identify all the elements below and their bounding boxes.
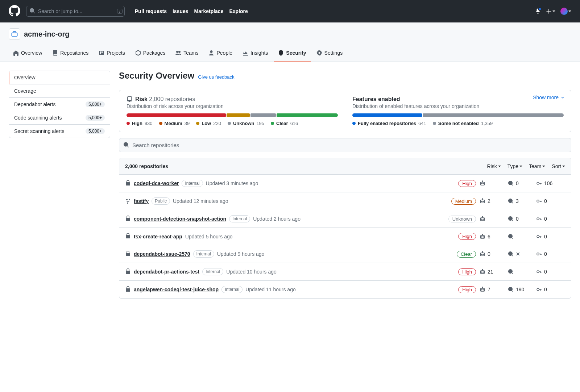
sidenav-item-dependabot-alerts[interactable]: Dependabot alerts5,000+ (9, 98, 110, 111)
dependabot-count: 0 (488, 251, 490, 257)
tab-overview[interactable]: Overview (9, 46, 46, 62)
repo-link[interactable]: dependabot-pr-actions-test (134, 269, 199, 275)
svg-point-8 (481, 201, 482, 202)
code-scan-metric[interactable]: 0 (508, 180, 533, 186)
sidenav-item-coverage[interactable]: Coverage (9, 84, 110, 98)
lock-icon (125, 233, 131, 240)
code-scan-metric[interactable]: ✕ (508, 251, 533, 257)
updated-text: Updated 2 hours ago (253, 216, 301, 222)
chevron-down-icon (498, 166, 501, 167)
tab-settings[interactable]: Settings (312, 46, 347, 62)
nav-explore[interactable]: Explore (229, 8, 248, 14)
legend-item: Some not enabled 1,359 (433, 121, 493, 126)
repo-list: 2,000 repositories RiskTypeTeamSort code… (119, 158, 571, 299)
legend-dot-icon (159, 122, 162, 125)
risk-badge: Clear (457, 251, 476, 258)
dependabot-metric[interactable] (480, 180, 504, 186)
org-title-row: acme-inc-org (9, 28, 571, 40)
svg-point-21 (483, 237, 484, 237)
tab-people[interactable]: People (204, 46, 237, 62)
svg-rect-1 (481, 182, 485, 185)
dependabot-count: 7 (488, 287, 490, 292)
scan-count: 0 (516, 180, 519, 186)
tab-teams[interactable]: Teams (171, 46, 203, 62)
repo-link[interactable]: fastify (134, 198, 149, 204)
dependabot-metric[interactable]: 0 (480, 251, 504, 257)
legend-value: 930 (145, 121, 153, 126)
search-icon (123, 142, 129, 149)
repo-link[interactable]: angelapwen-codeql-test-juice-shop (134, 287, 219, 292)
repo-link[interactable]: tsx-create-react-app (134, 234, 182, 239)
nav-pull-requests[interactable]: Pull requests (135, 8, 167, 14)
chevron-down-icon (562, 166, 565, 167)
teams-icon (175, 50, 181, 56)
repo-row: angelapwen-codeql-test-juice-shopInterna… (119, 281, 571, 298)
nav-issues[interactable]: Issues (173, 8, 188, 14)
tab-packages[interactable]: Packages (131, 46, 170, 62)
secret-scan-metric[interactable]: 0 (536, 269, 565, 275)
secret-scan-metric[interactable]: 0 (536, 287, 565, 292)
code-scan-metric[interactable] (508, 269, 533, 275)
github-logo-icon[interactable] (9, 5, 20, 18)
sidenav-item-code-scanning-alerts[interactable]: Code scanning alerts5,000+ (9, 111, 110, 125)
repo-row: component-detection-snapshot-actionInter… (119, 210, 571, 228)
secret-scan-metric[interactable]: 106 (536, 180, 565, 186)
tab-security[interactable]: Security (274, 46, 310, 62)
svg-point-4 (482, 181, 483, 182)
show-more-button[interactable]: Show more (533, 95, 565, 100)
bar-segment (127, 113, 226, 117)
sidenav-item-overview[interactable]: Overview (9, 71, 110, 84)
repo-count: 2,000 repositories (125, 163, 168, 169)
code-scan-metric[interactable]: 3 (508, 198, 533, 204)
secret-scan-metric[interactable]: 0 (536, 234, 565, 239)
svg-point-5 (510, 183, 511, 184)
bar-segment (423, 113, 564, 117)
repo-link[interactable]: codeql-dca-worker (134, 180, 179, 186)
visibility-badge: Internal (229, 215, 250, 222)
user-menu[interactable] (560, 8, 571, 15)
repo-search-input[interactable] (119, 138, 571, 152)
tab-repositories[interactable]: Repositories (48, 46, 93, 62)
summary-card: Show more Risk 2,000 repositories Distri… (119, 90, 571, 132)
sidenav-item-secret-scanning-alerts[interactable]: Secret scanning alerts5,000+ (9, 125, 110, 138)
dependabot-metric[interactable]: 7 (480, 287, 504, 292)
tab-insights[interactable]: Insights (238, 46, 272, 62)
repo-link[interactable]: component-detection-snapshot-action (134, 216, 226, 222)
chevron-down-icon (552, 11, 555, 12)
svg-point-26 (481, 254, 482, 255)
svg-point-33 (483, 272, 484, 272)
filter-team[interactable]: Team (529, 163, 545, 169)
filter-sort[interactable]: Sort (552, 163, 565, 169)
visibility-badge: Internal (182, 180, 203, 187)
nav-marketplace[interactable]: Marketplace (194, 8, 224, 14)
risk-badge: High (458, 286, 476, 293)
code-scan-metric[interactable]: 190 (508, 287, 533, 292)
secret-scan-metric[interactable]: 0 (536, 198, 565, 204)
code-scan-metric[interactable]: 0 (508, 216, 533, 222)
global-search-input[interactable] (26, 6, 125, 17)
svg-rect-37 (481, 288, 485, 291)
features-legend: Fully enabled repositories 641Some not e… (352, 121, 564, 126)
svg-point-12 (537, 200, 539, 202)
repo-link[interactable]: dependabot-issue-2570 (134, 251, 190, 257)
code-scan-metric[interactable] (508, 234, 533, 239)
lock-icon (125, 286, 131, 293)
legend-value: 220 (213, 121, 221, 126)
dependabot-metric[interactable]: 6 (480, 234, 504, 239)
secret-scan-metric[interactable]: 0 (536, 216, 565, 222)
dependabot-metric[interactable] (480, 216, 504, 222)
org-name[interactable]: acme-inc-org (24, 30, 70, 38)
visibility-badge: Internal (202, 268, 223, 275)
filter-risk[interactable]: Risk (487, 163, 501, 169)
svg-point-41 (510, 289, 511, 290)
dependabot-metric[interactable]: 2 (480, 198, 504, 204)
filter-type[interactable]: Type (508, 163, 522, 169)
notifications-button[interactable] (535, 8, 541, 15)
create-new-dropdown[interactable] (546, 8, 555, 14)
lock-icon (125, 180, 131, 187)
visibility-badge: Internal (221, 286, 243, 293)
dependabot-metric[interactable]: 21 (480, 269, 504, 275)
secret-scan-metric[interactable]: 0 (536, 251, 565, 257)
tab-projects[interactable]: Projects (94, 46, 129, 62)
feedback-link[interactable]: Give us feedback (198, 74, 234, 80)
